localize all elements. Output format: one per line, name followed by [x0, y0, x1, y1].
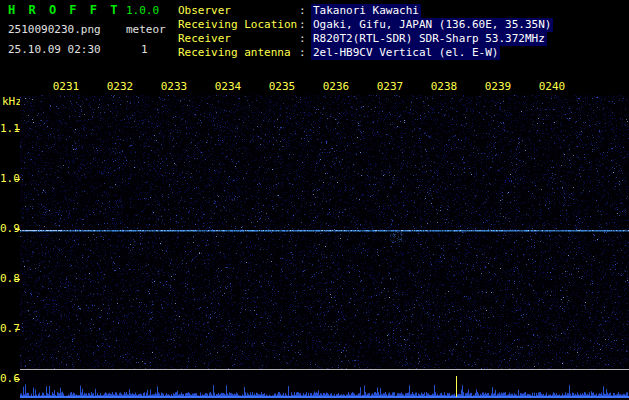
- freq-label-0.9: 0.9: [0, 223, 14, 235]
- info-value: Takanori Kawachi: [311, 4, 421, 18]
- observation-datetime: 25.10.09 02:30: [8, 44, 101, 56]
- freq-label-0.7: 0.7: [0, 323, 14, 335]
- time-label-0236: 0236: [323, 81, 350, 93]
- freq-label-1.1: 1.1: [0, 123, 14, 135]
- time-label-0239: 0239: [485, 81, 512, 93]
- info-colon: :: [299, 32, 311, 46]
- info-row-1: Receiving Location:Ogaki, Gifu, JAPAN (1…: [178, 18, 553, 32]
- freq-label-1.0: 1.0: [0, 173, 14, 185]
- signal-level-canvas: [20, 371, 629, 398]
- info-value: Ogaki, Gifu, JAPAN (136.60E, 35.35N): [311, 18, 553, 32]
- info-row-3: Receiving antenna:2el-HB9CV Vertical (el…: [178, 46, 553, 60]
- hrofft-output-image: H R O F F T 1.0.0 2510090230.png meteor …: [0, 0, 629, 400]
- freq-label-0.8: 0.8: [0, 273, 14, 285]
- time-label-0238: 0238: [431, 81, 458, 93]
- info-value: 2el-HB9CV Vertical (el. E-W): [311, 46, 500, 60]
- info-label: Observer: [178, 4, 299, 18]
- info-label: Receiving Location: [178, 18, 299, 32]
- plot-bottom-line: [20, 369, 629, 370]
- info-colon: :: [299, 46, 311, 60]
- observer-info-table: Observer:Takanori KawachiReceiving Locat…: [178, 4, 553, 60]
- info-colon: :: [299, 18, 311, 32]
- time-label-0233: 0233: [161, 81, 188, 93]
- time-label-0232: 0232: [107, 81, 134, 93]
- info-label: Receiving antenna: [178, 46, 299, 60]
- info-label: Receiver: [178, 32, 299, 46]
- freq-label-0.6: 0.6: [0, 373, 14, 385]
- time-label-0235: 0235: [269, 81, 296, 93]
- spectrogram-canvas: [20, 95, 629, 369]
- time-label-0234: 0234: [215, 81, 242, 93]
- time-label-0237: 0237: [377, 81, 404, 93]
- info-row-2: Receiver:R820T2(RTL-SDR) SDR-Sharp 53.37…: [178, 32, 553, 46]
- info-row-0: Observer:Takanori Kawachi: [178, 4, 553, 18]
- time-label-0240: 0240: [539, 81, 566, 93]
- app-version: 1.0.0: [126, 5, 159, 17]
- time-label-0231: 0231: [53, 81, 80, 93]
- freq-axis-unit-label: kHz: [2, 96, 22, 108]
- app-title: H R O F F T: [8, 4, 120, 16]
- meteor-count: 1: [141, 44, 148, 56]
- mode-label: meteor: [126, 24, 166, 36]
- output-filename: 2510090230.png: [8, 24, 101, 36]
- info-value: R820T2(RTL-SDR) SDR-Sharp 53.372MHz: [311, 32, 547, 46]
- info-colon: :: [299, 4, 311, 18]
